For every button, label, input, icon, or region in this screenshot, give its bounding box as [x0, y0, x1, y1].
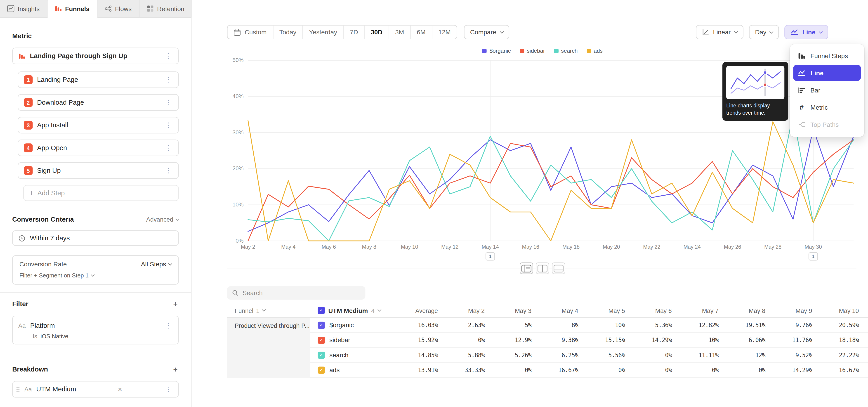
menu-item-label: Top Paths	[810, 121, 839, 128]
tab-flows[interactable]: Flows	[97, 0, 139, 17]
date-column-header: May 8	[719, 307, 765, 314]
layout-split-button[interactable]	[536, 262, 549, 274]
close-icon[interactable]: ✕	[116, 386, 124, 392]
line-chart-icon	[791, 29, 798, 35]
legend-item[interactable]: ads	[587, 48, 602, 54]
all-steps-dropdown[interactable]: All Steps	[141, 261, 172, 267]
value-cell: 0%	[485, 367, 531, 373]
kebab-menu-icon[interactable]: ⋮	[164, 99, 173, 105]
tab-insights[interactable]: Insights	[0, 0, 48, 17]
menu-item-funnel-steps[interactable]: Funnel Steps	[793, 48, 861, 64]
add-step-button[interactable]: + Add Step	[23, 185, 179, 201]
chevron-down-icon	[500, 29, 503, 33]
tab-label: Funnels	[65, 5, 90, 12]
conversion-window[interactable]: Within 7 days	[12, 230, 179, 246]
advanced-dropdown[interactable]: Advanced	[146, 216, 179, 222]
series-checkbox[interactable]	[318, 351, 325, 358]
value-cell: 0%	[578, 367, 625, 373]
value-cell: 9.38%	[531, 337, 578, 343]
breakdown-column-header[interactable]: UTM Medium 4	[310, 307, 390, 314]
tooltip-chart-preview	[726, 66, 784, 99]
range-6m-button[interactable]: 6M	[411, 26, 432, 39]
range-7d-button[interactable]: 7D	[344, 26, 365, 39]
compare-button[interactable]: Compare	[464, 25, 509, 39]
select-all-checkbox[interactable]	[318, 307, 325, 314]
range-3m-button[interactable]: 3M	[389, 26, 410, 39]
kebab-menu-icon[interactable]: ⋮	[164, 322, 173, 329]
step-number-badge: 5	[24, 166, 33, 175]
range-12m-button[interactable]: 12M	[432, 26, 457, 39]
kebab-menu-icon[interactable]: ⋮	[164, 122, 173, 128]
divider	[0, 358, 191, 358]
kebab-menu-icon[interactable]: ⋮	[164, 167, 173, 174]
legend-label: sidebar	[527, 48, 545, 54]
value-cell: 14.29%	[625, 337, 672, 343]
svg-text:20%: 20%	[232, 165, 244, 171]
funnels-icon	[55, 5, 62, 12]
value-cell: 19.51%	[719, 322, 765, 328]
tab-retention[interactable]: Retention	[140, 0, 192, 17]
funnel-step-2[interactable]: 2 Download Page ⋮	[18, 94, 179, 111]
menu-item-metric[interactable]: # Metric	[793, 99, 861, 115]
custom-range-button[interactable]: Custom	[228, 26, 273, 39]
search-input[interactable]	[243, 290, 361, 296]
yesterday-button[interactable]: Yesterday	[303, 26, 344, 39]
menu-item-line[interactable]: Line	[793, 65, 861, 81]
layout-bottom-panel-button[interactable]	[552, 262, 565, 274]
kebab-menu-icon[interactable]: ⋮	[164, 145, 173, 151]
add-filter-button[interactable]: +	[172, 300, 179, 308]
legend-label: search	[561, 48, 578, 54]
legend-item[interactable]: $organic	[483, 48, 511, 54]
series-checkbox[interactable]	[318, 321, 325, 329]
series-checkbox[interactable]	[318, 366, 325, 374]
legend-item[interactable]: sidebar	[520, 48, 545, 54]
scale-dropdown[interactable]: Linear	[696, 25, 743, 39]
value-cell: 0%	[625, 367, 672, 373]
svg-text:May 4: May 4	[281, 244, 296, 250]
filter-property-label: Platform	[30, 322, 55, 330]
step-label: App Open	[37, 144, 159, 152]
value-cell: 11.76%	[765, 337, 812, 343]
interval-dropdown[interactable]: Day	[749, 25, 779, 39]
funnel-group-cell[interactable]: Product Viewed through P...	[227, 318, 310, 378]
funnel-metric-card[interactable]: Landing Page through Sign Up ⋮	[12, 48, 179, 64]
filter-segment-dropdown[interactable]: Filter + Segment on Step 1	[20, 272, 172, 278]
value-cell: 6.06%	[719, 337, 765, 343]
today-button[interactable]: Today	[273, 26, 303, 39]
value-cell: 6.25%	[531, 352, 578, 358]
funnel-step-3[interactable]: 3 App Install ⋮	[18, 117, 179, 133]
step-number-badge: 1	[24, 75, 33, 84]
funnel-step-1[interactable]: 1 Landing Page ⋮	[18, 71, 179, 88]
add-breakdown-button[interactable]: +	[172, 366, 179, 373]
funnel-header-label: Funnel	[235, 307, 253, 314]
funnel-column-header[interactable]: Funnel 1	[227, 307, 310, 314]
chevron-down-icon	[819, 29, 823, 33]
breakdown-table: Funnel 1 UTM Medium 4 Average May 2May 3…	[227, 304, 868, 378]
funnel-step-5[interactable]: 5 Sign Up ⋮	[18, 162, 179, 179]
drag-handle-icon[interactable]	[16, 386, 20, 392]
kebab-menu-icon[interactable]: ⋮	[164, 386, 173, 393]
value-cell: 8%	[531, 322, 578, 328]
breakdown-heading: Breakdown	[12, 366, 48, 373]
chart-type-dropdown[interactable]: Line	[784, 25, 828, 39]
tab-funnels[interactable]: Funnels	[48, 0, 97, 17]
legend-item[interactable]: search	[554, 48, 578, 54]
breakdown-item-card[interactable]: Aa UTM Medium ✕ ⋮	[12, 381, 179, 398]
kebab-menu-icon[interactable]: ⋮	[164, 53, 173, 59]
all-steps-label: All Steps	[141, 261, 166, 267]
platform-filter-card[interactable]: Aa Platform ⋮ Is iOS Native	[12, 316, 179, 344]
step-number-badge: 2	[24, 98, 33, 107]
search-box[interactable]	[227, 286, 365, 300]
funnel-step-4[interactable]: 4 App Open ⋮	[18, 139, 179, 156]
kebab-menu-icon[interactable]: ⋮	[164, 76, 173, 83]
app-root: Insights Funnels Flows Retention Metric …	[0, 0, 868, 407]
svg-text:May 28: May 28	[764, 244, 781, 250]
menu-item-bar[interactable]: Bar	[793, 82, 861, 98]
divider	[0, 292, 191, 293]
series-checkbox[interactable]	[318, 337, 325, 344]
layout-side-panel-button[interactable]	[520, 262, 533, 274]
series-name: $organic	[329, 322, 354, 328]
value-cell: 5%	[485, 322, 531, 328]
value-cell: 10%	[578, 322, 625, 328]
range-30d-button[interactable]: 30D	[365, 26, 389, 39]
